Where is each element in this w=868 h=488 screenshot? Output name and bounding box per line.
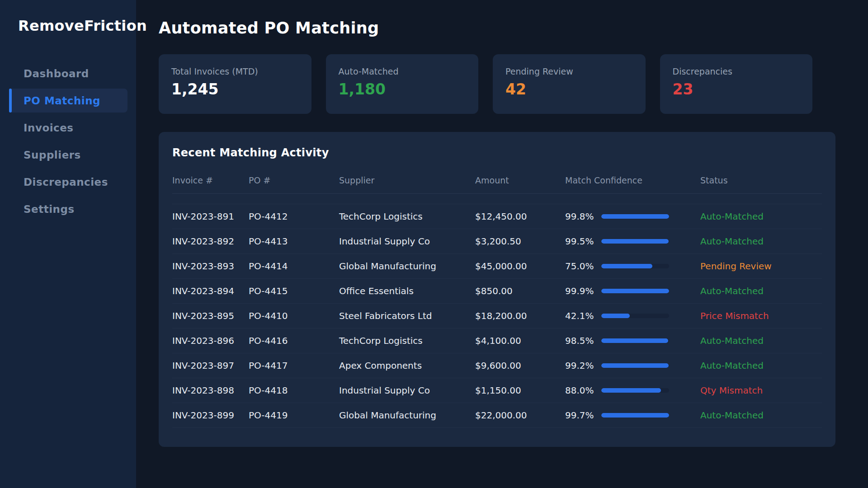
status-badge: Auto-Matched <box>700 286 822 296</box>
stat-card-label: Auto-Matched <box>339 66 466 76</box>
activity-table-row[interactable]: INV-2023-891 PO-4412 TechCorp Logistics … <box>172 204 822 229</box>
status-badge: Qty Mismatch <box>700 385 822 396</box>
confidence-progress-bar <box>601 338 669 343</box>
amount-cell: $3,200.50 <box>475 236 565 247</box>
stat-card-value: 1,180 <box>339 82 466 97</box>
match-confidence-cell: 75.0% <box>565 261 700 272</box>
sidebar-nav-item-label: Suppliers <box>24 149 81 161</box>
stat-cards: Total Invoices (MTD) 1,245 Auto-Matched … <box>159 54 812 114</box>
supplier-cell: Apex Components <box>339 360 475 371</box>
sidebar-nav-item[interactable]: Suppliers <box>9 143 127 167</box>
activity-column-header: Status <box>700 175 822 185</box>
activity-table-row[interactable]: INV-2023-894 PO-4415 Office Essentials $… <box>172 279 822 304</box>
po-number-cell: PO-4419 <box>249 410 339 421</box>
po-number-cell: PO-4416 <box>249 335 339 346</box>
recent-activity-title: Recent Matching Activity <box>172 146 822 159</box>
invoice-number-cell: INV-2023-893 <box>172 261 249 272</box>
amount-cell: $850.00 <box>475 286 565 296</box>
invoice-number-cell: INV-2023-898 <box>172 385 249 396</box>
activity-column-header: Invoice # <box>172 175 249 185</box>
po-number-cell: PO-4413 <box>249 236 339 247</box>
match-confidence-cell: 99.7% <box>565 410 700 421</box>
confidence-progress-bar <box>601 264 669 268</box>
activity-column-header: Supplier <box>339 175 475 185</box>
confidence-percent: 99.5% <box>565 236 601 247</box>
confidence-progress-bar <box>601 214 669 219</box>
confidence-progress-bar <box>601 363 669 368</box>
confidence-percent: 99.2% <box>565 360 601 371</box>
activity-table-row[interactable]: INV-2023-892 PO-4413 Industrial Supply C… <box>172 229 822 254</box>
amount-cell: $9,600.00 <box>475 360 565 371</box>
match-confidence-cell: 88.0% <box>565 385 700 396</box>
confidence-percent: 42.1% <box>565 310 601 321</box>
stat-card: Auto-Matched 1,180 <box>326 54 479 114</box>
match-confidence-cell: 99.5% <box>565 236 700 247</box>
supplier-cell: Industrial Supply Co <box>339 385 475 396</box>
invoice-number-cell: INV-2023-899 <box>172 410 249 421</box>
sidebar-nav-item[interactable]: Settings <box>9 197 127 221</box>
confidence-progress-fill <box>601 214 669 219</box>
sidebar-nav-item[interactable]: PO Matching <box>9 89 127 113</box>
activity-table-row[interactable]: INV-2023-898 PO-4418 Industrial Supply C… <box>172 378 822 403</box>
activity-table-row[interactable]: INV-2023-896 PO-4416 TechCorp Logistics … <box>172 328 822 353</box>
sidebar-nav-item-label: Discrepancies <box>24 176 108 188</box>
status-badge: Pending Review <box>700 261 822 272</box>
status-badge: Auto-Matched <box>700 335 822 346</box>
activity-table-row[interactable]: INV-2023-897 PO-4417 Apex Components $9,… <box>172 353 822 378</box>
supplier-cell: Steel Fabricators Ltd <box>339 310 475 321</box>
confidence-percent: 99.8% <box>565 211 601 222</box>
confidence-progress-bar <box>601 314 669 318</box>
match-confidence-cell: 99.9% <box>565 286 700 296</box>
sidebar-nav-item[interactable]: Discrepancies <box>9 170 127 194</box>
stat-card: Total Invoices (MTD) 1,245 <box>159 54 311 114</box>
confidence-percent: 75.0% <box>565 261 601 272</box>
sidebar-nav-item-label: Dashboard <box>24 68 89 80</box>
invoice-number-cell: INV-2023-896 <box>172 335 249 346</box>
amount-cell: $18,200.00 <box>475 310 565 321</box>
supplier-cell: Global Manufacturing <box>339 410 475 421</box>
supplier-cell: Industrial Supply Co <box>339 236 475 247</box>
sidebar-nav-item[interactable]: Invoices <box>9 116 127 140</box>
stat-card-label: Discrepancies <box>673 66 800 76</box>
activity-table-row[interactable]: INV-2023-899 PO-4419 Global Manufacturin… <box>172 403 822 428</box>
activity-table-row[interactable]: INV-2023-893 PO-4414 Global Manufacturin… <box>172 254 822 279</box>
amount-cell: $45,000.00 <box>475 261 565 272</box>
confidence-percent: 98.5% <box>565 335 601 346</box>
confidence-progress-bar <box>601 289 669 293</box>
sidebar-nav-item-label: Settings <box>24 203 75 215</box>
confidence-progress-bar <box>601 239 669 244</box>
po-number-cell: PO-4412 <box>249 211 339 222</box>
po-number-cell: PO-4414 <box>249 261 339 272</box>
match-confidence-cell: 99.8% <box>565 211 700 222</box>
invoice-number-cell: INV-2023-897 <box>172 360 249 371</box>
activity-table-row[interactable]: INV-2023-895 PO-4410 Steel Fabricators L… <box>172 304 822 328</box>
table-header-spacer <box>172 194 822 204</box>
confidence-progress-bar <box>601 388 669 393</box>
stat-card-value: 23 <box>673 82 800 97</box>
supplier-cell: Office Essentials <box>339 286 475 296</box>
sidebar-nav-item[interactable]: Dashboard <box>9 61 127 85</box>
match-confidence-cell: 42.1% <box>565 310 700 321</box>
activity-column-header: PO # <box>249 175 339 185</box>
confidence-progress-fill <box>601 338 668 343</box>
active-indicator-bar <box>9 89 12 113</box>
invoice-number-cell: INV-2023-891 <box>172 211 249 222</box>
confidence-progress-fill <box>601 264 652 268</box>
po-number-cell: PO-4415 <box>249 286 339 296</box>
confidence-percent: 88.0% <box>565 385 601 396</box>
app-logo: RemoveFriction <box>0 17 136 34</box>
supplier-cell: Global Manufacturing <box>339 261 475 272</box>
status-badge: Auto-Matched <box>700 410 822 421</box>
amount-cell: $22,000.00 <box>475 410 565 421</box>
status-badge: Auto-Matched <box>700 236 822 247</box>
po-number-cell: PO-4417 <box>249 360 339 371</box>
confidence-progress-fill <box>601 289 669 293</box>
stat-card-value: 1,245 <box>171 82 299 97</box>
confidence-progress-fill <box>601 363 669 368</box>
sidebar: RemoveFriction Dashboard PO Matching Inv… <box>0 0 136 488</box>
amount-cell: $4,100.00 <box>475 335 565 346</box>
page-title: Automated PO Matching <box>159 19 835 37</box>
stat-card: Discrepancies 23 <box>660 54 813 114</box>
sidebar-nav-item-label: PO Matching <box>24 95 100 107</box>
activity-column-header: Match Confidence <box>565 175 700 185</box>
